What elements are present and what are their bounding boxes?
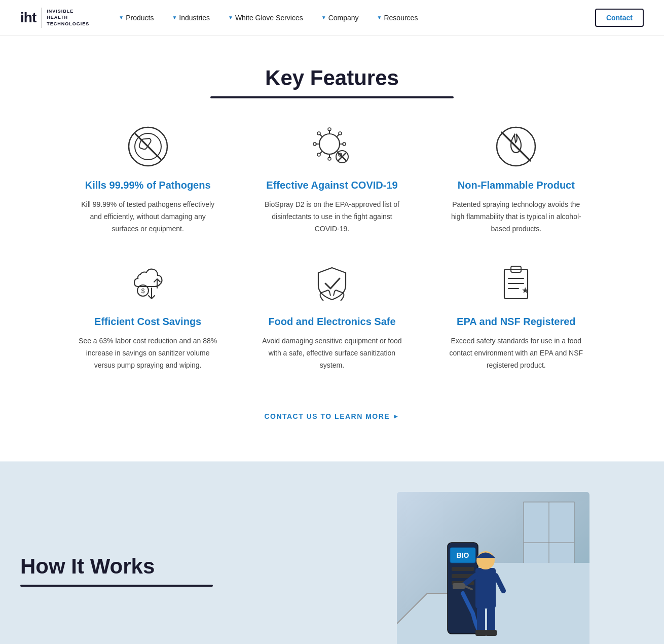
nav-item-industries[interactable]: ▼ Industries: [163, 0, 219, 35]
svg-rect-48: [475, 568, 496, 609]
svg-text:★: ★: [522, 286, 529, 295]
svg-text:BIO: BIO: [456, 551, 469, 559]
svg-line-25: [502, 132, 530, 161]
nav-label-products: Products: [126, 14, 154, 22]
cta-arrow-icon: ►: [393, 413, 399, 420]
non-flammable-icon: [493, 124, 539, 169]
feature-pathogens-title: Kills 99.99% of Pathogens: [85, 178, 211, 192]
feature-covid: Effective Against COVID-19 BioSpray D2 i…: [250, 124, 414, 235]
contact-button[interactable]: Contact: [595, 9, 644, 27]
dropdown-arrow-icon: ▼: [228, 15, 233, 20]
how-title-underline: [20, 585, 213, 587]
nav-item-products[interactable]: ▼ Products: [109, 0, 163, 35]
svg-point-18: [317, 153, 320, 156]
nav-item-resources[interactable]: ▼ Resources: [368, 0, 427, 35]
svg-rect-55: [486, 630, 497, 636]
epa-nsf-icon: ★: [493, 260, 539, 306]
svg-line-13: [320, 134, 322, 137]
feature-flammable-title: Non-Flammable Product: [458, 178, 575, 192]
feature-covid-title: Effective Against COVID-19: [266, 178, 397, 192]
svg-rect-56: [453, 583, 465, 589]
feature-flammable-desc: Patented spraying technology avoids the …: [445, 199, 587, 235]
svg-line-17: [320, 151, 322, 154]
svg-text:$: $: [141, 288, 144, 295]
covid-icon: [309, 124, 355, 169]
feature-pathogens-desc: Kill 99.99% of tested pathogens effectiv…: [77, 199, 219, 235]
feature-cost-desc: See a 63% labor cost reduction and an 88…: [77, 335, 219, 371]
dropdown-arrow-icon: ▼: [321, 15, 326, 20]
feature-food-title: Food and Electronics Safe: [268, 315, 395, 328]
nav-item-white-glove[interactable]: ▼ White Glove Services: [219, 0, 312, 35]
worker-image: BIO: [397, 492, 589, 644]
nav-links: ▼ Products ▼ Industries ▼ White Glove Se…: [109, 0, 595, 35]
logo-divider: [41, 8, 42, 28]
how-it-works-title: How It Works: [20, 554, 322, 579]
logo-company-name: INVISIBLE HEALTH TECHNOLOGIES: [47, 8, 89, 27]
svg-point-14: [317, 132, 320, 135]
feature-epa-title: EPA and NSF Registered: [457, 315, 576, 328]
how-it-works-right: BIO: [342, 492, 644, 644]
feature-cost-title: Efficient Cost Savings: [94, 315, 201, 328]
svg-rect-53: [487, 607, 495, 633]
food-electronics-safe-icon: [309, 260, 355, 306]
nav-label-company: Company: [328, 14, 359, 22]
navbar: iht INVISIBLE HEALTH TECHNOLOGIES ▼ Prod…: [0, 0, 664, 35]
key-features-section: Key Features Kills 99.99% of Pathogens K…: [0, 35, 664, 461]
feature-flammable: Non-Flammable Product Patented spraying …: [434, 124, 598, 235]
nav-item-company[interactable]: ▼ Company: [312, 0, 368, 35]
logo[interactable]: iht INVISIBLE HEALTH TECHNOLOGIES: [20, 8, 89, 28]
svg-rect-54: [475, 630, 487, 636]
feature-covid-desc: BioSpray D2 is on the EPA-approved list …: [261, 199, 403, 235]
how-it-works-section: How It Works BIO: [0, 461, 664, 644]
dropdown-arrow-icon: ▼: [119, 15, 124, 20]
dropdown-arrow-icon: ▼: [172, 15, 177, 20]
cost-savings-icon: $: [125, 260, 171, 306]
features-grid: Kills 99.99% of Pathogens Kill 99.99% of…: [66, 124, 598, 372]
nav-label-industries: Industries: [179, 14, 210, 22]
svg-rect-45: [452, 567, 474, 571]
feature-epa-desc: Exceed safety standards for use in a foo…: [445, 335, 587, 371]
feature-food-desc: Avoid damaging sensitive equipment or fo…: [261, 335, 403, 371]
svg-line-15: [337, 134, 339, 137]
feature-epa: ★ EPA and NSF Registered Exceed safety s…: [434, 260, 598, 371]
cta-contact-link[interactable]: CONTACT US TO LEARN MORE ►: [264, 412, 399, 420]
section-title-underline: [210, 96, 454, 98]
feature-cost: $ Efficient Cost Savings See a 63% labor…: [66, 260, 230, 371]
dropdown-arrow-icon: ▼: [377, 15, 382, 20]
nav-label-white-glove: White Glove Services: [235, 14, 303, 22]
logo-iht: iht: [20, 10, 36, 26]
feature-pathogens: Kills 99.99% of Pathogens Kill 99.99% of…: [66, 124, 230, 235]
feature-food-electronics: Food and Electronics Safe Avoid damaging…: [250, 260, 414, 371]
how-it-works-left: How It Works: [20, 544, 322, 597]
pathogens-icon: [125, 124, 171, 169]
nav-label-resources: Resources: [384, 14, 418, 22]
svg-point-16: [339, 132, 342, 135]
svg-rect-52: [477, 607, 485, 633]
cta-label: CONTACT US TO LEARN MORE: [264, 412, 390, 420]
key-features-title: Key Features: [20, 66, 644, 90]
